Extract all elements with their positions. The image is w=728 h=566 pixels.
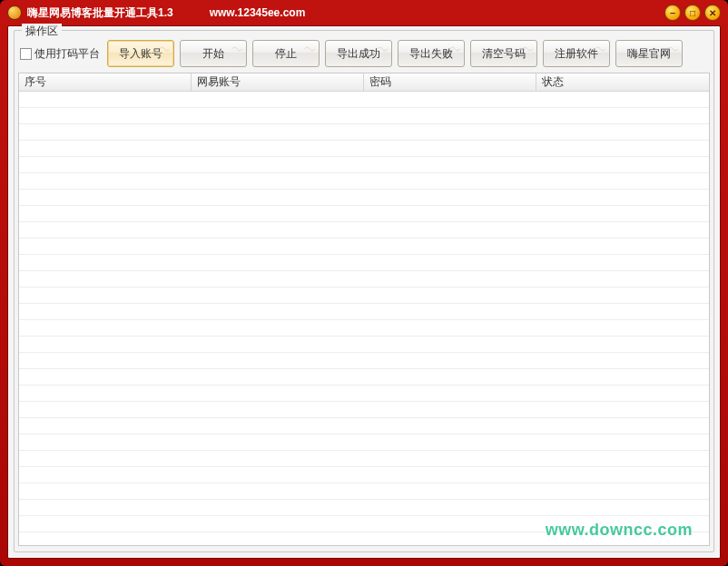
titlebar-url: www.12345ee.com xyxy=(210,6,306,19)
checkbox-label: 使用打码平台 xyxy=(34,46,100,62)
col-index[interactable]: 序号 xyxy=(19,73,192,91)
col-password[interactable]: 密码 xyxy=(364,73,536,91)
official-site-button[interactable]: 嗨星官网 xyxy=(615,40,683,67)
import-accounts-button[interactable]: 导入账号 xyxy=(107,40,174,67)
table-header: 序号 网易账号 密码 状态 xyxy=(19,73,709,92)
col-account[interactable]: 网易账号 xyxy=(192,73,364,91)
close-button[interactable] xyxy=(704,5,721,21)
window-controls xyxy=(664,5,721,21)
register-button[interactable]: 注册软件 xyxy=(543,40,610,67)
table-body[interactable]: www.downcc.com xyxy=(19,92,709,545)
minimize-button[interactable] xyxy=(664,5,681,21)
clear-button[interactable]: 清空号码 xyxy=(470,40,537,67)
export-fail-button[interactable]: 导出失败 xyxy=(398,40,465,67)
button-decor-icon xyxy=(304,43,317,50)
toolbar: 使用打码平台 导入账号 开始 停止 导出成功 xyxy=(18,40,710,67)
stop-button[interactable]: 停止 xyxy=(252,40,320,67)
window-title: 嗨星网易博客批量开通工具1.3 xyxy=(27,5,173,21)
client-area: 操作区 使用打码平台 导入账号 开始 停止 xyxy=(7,25,721,559)
app-window: 嗨星网易博客批量开通工具1.3 www.12345ee.com 操作区 使用打码… xyxy=(0,0,728,566)
accounts-table: 序号 网易账号 密码 状态 www.downcc.com xyxy=(18,73,710,546)
use-captcha-platform-checkbox[interactable]: 使用打码平台 xyxy=(20,46,100,62)
watermark: www.downcc.com xyxy=(546,521,693,540)
checkbox-box-icon xyxy=(20,48,32,60)
col-status[interactable]: 状态 xyxy=(536,73,709,91)
app-icon xyxy=(7,5,22,20)
operation-group: 操作区 使用打码平台 导入账号 开始 停止 xyxy=(14,30,714,552)
titlebar[interactable]: 嗨星网易博客批量开通工具1.3 www.12345ee.com xyxy=(0,0,728,25)
button-decor-icon xyxy=(231,43,244,50)
export-success-button[interactable]: 导出成功 xyxy=(325,40,392,67)
maximize-button[interactable] xyxy=(684,5,701,21)
start-button[interactable]: 开始 xyxy=(180,40,247,67)
group-label: 操作区 xyxy=(22,24,62,39)
